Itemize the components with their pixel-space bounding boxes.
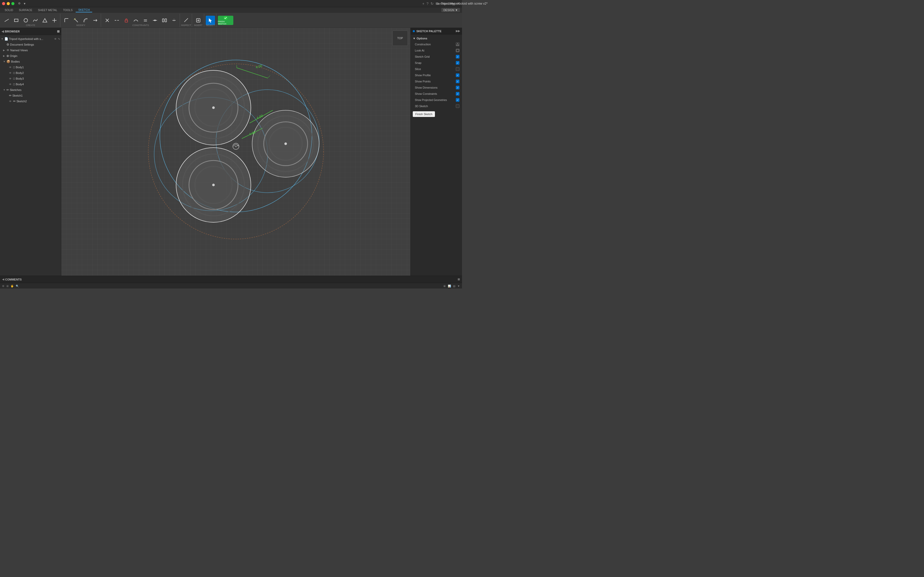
- toolbar-group-create: CREATE: [1, 14, 60, 27]
- sidebar-item-origin[interactable]: ▶ ⊕ Origin: [0, 53, 61, 59]
- statusbar-grid[interactable]: ⊞: [6, 285, 8, 287]
- tool-trim[interactable]: [71, 16, 81, 25]
- tool-collinear[interactable]: [112, 16, 121, 25]
- statusbar-more[interactable]: ▼: [457, 285, 460, 287]
- tool-spline[interactable]: [31, 16, 40, 25]
- svg-line-50: [268, 76, 270, 78]
- tool-equal[interactable]: [141, 16, 150, 25]
- statusbar-settings[interactable]: ⚙: [2, 285, 4, 287]
- sync-icon[interactable]: ↻: [431, 2, 434, 6]
- tool-select[interactable]: [206, 16, 215, 25]
- tool-circle[interactable]: [21, 16, 31, 25]
- show-dimensions-label: Show Dimensions: [415, 86, 438, 89]
- tool-symmetry[interactable]: [160, 16, 169, 25]
- show-points-label: Show Points: [415, 80, 431, 83]
- option-construction: Construction: [411, 41, 462, 47]
- sketches-label: Sketches: [10, 89, 21, 92]
- sidebar-item-body3[interactable]: 👁 □ Body3: [0, 76, 61, 81]
- canvas[interactable]: 4.00 4.00 4.00 TOP: [61, 28, 410, 276]
- tab-solid[interactable]: SOLID: [2, 8, 16, 12]
- palette-section-options[interactable]: ▼ Options: [411, 35, 462, 41]
- tool-cross[interactable]: [50, 16, 59, 25]
- maximize-button[interactable]: [11, 2, 15, 5]
- tab-sheet-metal[interactable]: SHEET METAL: [36, 8, 60, 12]
- sidebar-item-body2[interactable]: 👁 □ Body2: [0, 70, 61, 76]
- tool-insert[interactable]: [194, 16, 203, 25]
- statusbar-zoom[interactable]: 🔍: [16, 285, 19, 287]
- tool-line[interactable]: [2, 16, 11, 25]
- sketch2-eye[interactable]: 👁: [9, 100, 11, 103]
- close-button[interactable]: [2, 2, 5, 5]
- statusbar-pan[interactable]: 🖐: [11, 285, 14, 287]
- sketch-grid-checkbox[interactable]: [456, 55, 459, 58]
- body1-eye[interactable]: 👁: [9, 66, 11, 69]
- sidebar-item-sketch2[interactable]: 👁 ✏ Sketch2: [0, 98, 61, 104]
- tool-coincident[interactable]: [103, 16, 112, 25]
- tool-midpoint[interactable]: [150, 16, 160, 25]
- comments-expand-icon[interactable]: ⊞: [458, 278, 460, 281]
- construction-checkbox[interactable]: [456, 42, 459, 46]
- help-icon[interactable]: ?: [426, 2, 428, 6]
- design-dropdown[interactable]: DESIGN ▼: [441, 8, 460, 12]
- sidebar-item-doc-settings[interactable]: ⚙ Document Settings: [0, 42, 61, 47]
- svg-point-2: [24, 19, 27, 22]
- browser-expand-icon[interactable]: ⊞: [57, 30, 60, 33]
- show-constraints-checkbox[interactable]: [456, 92, 459, 95]
- show-projected-checkbox[interactable]: [456, 98, 459, 102]
- body2-eye[interactable]: 👁: [9, 72, 11, 74]
- tool-triangle[interactable]: [40, 16, 50, 25]
- snap-checkbox[interactable]: [456, 61, 459, 64]
- tool-lock[interactable]: [122, 16, 131, 25]
- show-dimensions-checkbox[interactable]: [456, 86, 459, 89]
- tool-offset[interactable]: [81, 16, 90, 25]
- tool-fix[interactable]: [170, 16, 179, 25]
- tab-sketch[interactable]: SKETCH: [76, 8, 92, 12]
- view-cube[interactable]: TOP: [393, 31, 408, 46]
- sidebar-item-root[interactable]: ▼ 📄 Tripod Hyperboloid with s... 👁 ✎: [0, 36, 61, 42]
- show-profile-label: Show Profile: [415, 74, 431, 77]
- minimize-button[interactable]: [7, 2, 10, 5]
- sketch-grid-label: Sketch Grid: [415, 55, 430, 58]
- tool-fillet[interactable]: [62, 16, 71, 25]
- root-visibility[interactable]: 👁: [54, 38, 57, 40]
- svg-marker-59: [457, 43, 459, 45]
- sidebar-item-bodies[interactable]: ▼ 📦 Bodies: [0, 59, 61, 64]
- browser-header: ◀ BROWSER ⊞: [0, 28, 61, 35]
- palette-expand-icon[interactable]: ▶▶: [456, 29, 460, 33]
- finish-sketch-palette-btn[interactable]: Finish Sketch: [413, 111, 435, 117]
- show-points-checkbox[interactable]: [456, 80, 459, 83]
- toolbar-group-select: SELECT: [205, 14, 216, 27]
- construction-label: Construction: [415, 43, 431, 46]
- sidebar-item-sketches[interactable]: ▼ ✏ Sketches: [0, 87, 61, 93]
- statusbar-display[interactable]: 🖥: [443, 285, 446, 287]
- 3d-sketch-checkbox[interactable]: [456, 104, 459, 108]
- tool-tangent[interactable]: [131, 16, 141, 25]
- toolbar: SOLID SURFACE SHEET METAL TOOLS SKETCH D…: [0, 7, 462, 28]
- body4-eye[interactable]: 👁: [9, 83, 11, 86]
- sidebar-item-body4[interactable]: 👁 □ Body4: [0, 81, 61, 87]
- doc-settings-label: Document Settings: [10, 43, 34, 46]
- finish-sketch-toolbar-btn[interactable]: FINISH SKETCH: [218, 16, 233, 25]
- sidebar-item-body1[interactable]: 👁 □ Body1: [0, 64, 61, 70]
- tool-rectangle[interactable]: [11, 16, 21, 25]
- root-edit-icon[interactable]: ✎: [58, 38, 60, 40]
- comments-collapse[interactable]: ◀: [2, 278, 4, 281]
- tool-extend[interactable]: [90, 16, 100, 25]
- tab-tools[interactable]: TOOLS: [60, 8, 75, 12]
- file-menu[interactable]: ▼: [23, 2, 26, 5]
- slice-checkbox[interactable]: [456, 67, 459, 71]
- statusbar-chart[interactable]: 📊: [448, 285, 451, 287]
- sidebar-item-sketch1[interactable]: ✏ Sketch1: [0, 93, 61, 98]
- look-at-btn[interactable]: [456, 49, 459, 52]
- sidebar-item-named-views[interactable]: ▶ 👁 Named Views: [0, 47, 61, 53]
- browser-collapse-icon[interactable]: ◀: [2, 30, 4, 33]
- slice-label: Slice: [415, 68, 421, 71]
- tool-measure[interactable]: [181, 16, 191, 25]
- sketch-palette: SKETCH PALETTE ▶▶ ▼ Options Construction…: [410, 28, 462, 276]
- tab-surface[interactable]: SURFACE: [16, 8, 35, 12]
- show-profile-checkbox[interactable]: [456, 73, 459, 77]
- add-tab-icon[interactable]: +: [422, 2, 424, 6]
- body3-eye[interactable]: 👁: [9, 77, 11, 80]
- statusbar-layers[interactable]: ▤: [453, 285, 455, 287]
- option-show-dimensions: Show Dimensions: [411, 84, 462, 91]
